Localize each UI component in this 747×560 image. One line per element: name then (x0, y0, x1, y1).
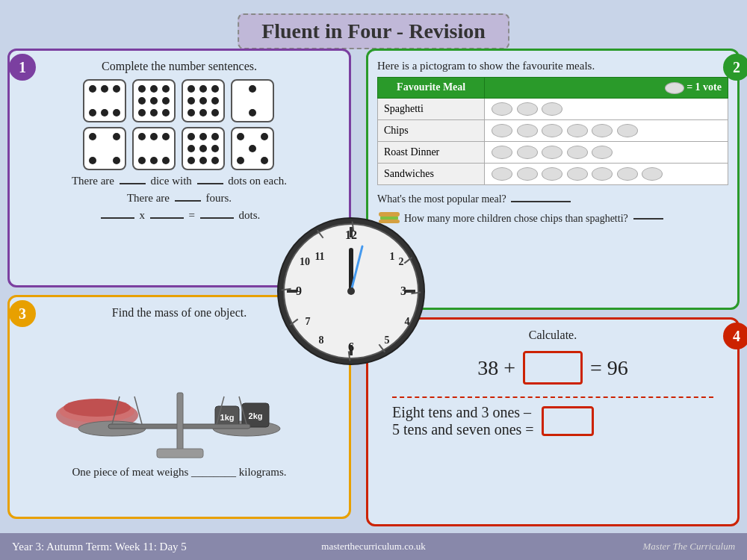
q2-questions-section: What's the most popular meal? How many m… (377, 191, 728, 228)
meal-votes (485, 119, 728, 141)
page-title: Fluent in Four - Revision (238, 13, 509, 49)
eq1-right: = 96 (590, 356, 628, 380)
footer: Year 3: Autumn Term: Week 11: Day 5 mast… (0, 533, 747, 560)
table-row-chips: Chips (378, 119, 728, 141)
footer-center: masterthecurriculum.co.uk (253, 541, 495, 553)
svg-rect-13 (177, 393, 183, 452)
die-4 (231, 79, 274, 122)
svg-text:10: 10 (300, 256, 310, 267)
badge-2: 2 (723, 54, 747, 81)
answer-box-1[interactable] (523, 351, 583, 385)
table-row-roast: Roast Dinner (378, 141, 728, 163)
die-1 (83, 79, 126, 122)
svg-text:12: 12 (345, 228, 357, 241)
q4-instruction: Calculate. (377, 329, 728, 342)
pictogram-table: Favourite Meal = 1 vote Spaghetti Chips (377, 77, 728, 185)
meal-label: Sandwiches (378, 163, 485, 184)
clock-svg: 12 3 6 9 1 4 11 5 7 8 10 2 (276, 217, 426, 366)
divider (392, 396, 713, 398)
q2-question2: How many more children chose chips than … (377, 211, 728, 227)
svg-text:4: 4 (405, 316, 410, 327)
q3-answer-label: One piece of meat weighs ________ kilogr… (19, 466, 340, 479)
svg-text:1kg: 1kg (220, 413, 235, 422)
badge-4: 4 (723, 323, 747, 349)
meal-label: Roast Dinner (378, 141, 485, 163)
table-header-meal: Favourite Meal (378, 78, 485, 99)
die-8 (231, 127, 274, 170)
answer-box-2[interactable] (542, 406, 594, 436)
meal-label: Chips (378, 119, 485, 141)
meal-votes (485, 98, 728, 119)
clock-container: 12 3 6 9 1 4 11 5 7 8 10 2 (276, 217, 426, 366)
svg-text:8: 8 (319, 335, 324, 346)
svg-text:5: 5 (385, 335, 390, 346)
meal-votes (485, 163, 728, 184)
q1-sentence2: There are fours. (19, 192, 340, 205)
equation-1: 38 + = 96 (377, 351, 728, 385)
q1-sentence1: There are dice with dots on each. (19, 175, 340, 187)
die-3 (182, 79, 225, 122)
svg-text:2kg: 2kg (249, 411, 263, 420)
svg-point-47 (347, 287, 355, 295)
table-row-spaghetti: Spaghetti (378, 98, 728, 119)
svg-text:2: 2 (399, 256, 404, 267)
q2-instruction: Here is a pictogram to show the favourit… (377, 60, 728, 72)
q2-question1: What's the most popular meal? (377, 191, 728, 208)
table-header-vote: = 1 vote (485, 78, 728, 99)
die-5 (83, 127, 126, 170)
q1-instruction: Complete the number sentences. (19, 60, 340, 73)
svg-text:1: 1 (390, 251, 395, 262)
svg-rect-14 (157, 449, 203, 458)
footer-left: Year 3: Autumn Term: Week 11: Day 5 (12, 541, 253, 553)
meal-votes (485, 141, 728, 163)
die-2 (132, 79, 176, 122)
meal-label: Spaghetti (378, 98, 485, 119)
svg-text:7: 7 (306, 316, 311, 327)
equation-2: Eight tens and 3 ones –5 tens and seven … (377, 404, 728, 438)
badge-3: 3 (9, 300, 36, 327)
eq2-text: Eight tens and 3 ones –5 tens and seven … (392, 404, 534, 438)
badge-1: 1 (9, 54, 36, 81)
svg-text:3: 3 (400, 284, 406, 297)
table-row-sandwiches: Sandwiches (378, 163, 728, 184)
svg-text:6: 6 (348, 340, 354, 353)
die-6 (132, 127, 176, 170)
die-7 (182, 127, 225, 170)
footer-right: Master The Curriculum (494, 541, 735, 553)
eq1-left: 38 + (477, 356, 515, 380)
svg-point-5 (63, 399, 131, 417)
scales-svg: 1kg 2kg (52, 326, 306, 460)
svg-text:9: 9 (296, 284, 302, 297)
dice-grid (19, 79, 340, 170)
svg-text:11: 11 (314, 251, 324, 262)
